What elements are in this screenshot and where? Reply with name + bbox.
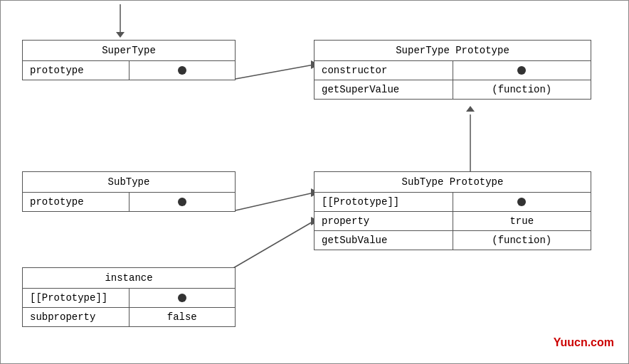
svg-marker-9: [466, 106, 475, 112]
svg-line-4: [236, 193, 314, 210]
supertype-prototype-box: SuperType Prototype constructor getSuper…: [314, 40, 591, 100]
instance-title: instance: [23, 268, 235, 289]
instance-proto-value: [130, 289, 236, 307]
supertype-prototype-row-getsupervalue: getSuperValue (function): [314, 80, 591, 99]
instance-box: instance [[Prototype]] subproperty false: [22, 267, 236, 327]
subtype-prototype-proto-value: [453, 193, 591, 211]
subtype-prototype-dot: [178, 198, 186, 206]
subtype-prototype-row-proto: [[Prototype]]: [314, 193, 591, 212]
subtype-title: SubType: [23, 172, 235, 193]
getsubvalue-label: getSubValue: [314, 231, 453, 250]
svg-line-2: [236, 65, 314, 79]
subtype-row-prototype: prototype: [23, 193, 235, 211]
diagram-area: SuperType prototype SuperType Prototype …: [0, 0, 629, 364]
subproperty-label: subproperty: [23, 308, 130, 326]
supertype-prototype-value: [130, 61, 236, 80]
property-value: true: [453, 212, 591, 230]
instance-row-proto: [[Prototype]]: [23, 289, 235, 308]
instance-row-subproperty: subproperty false: [23, 308, 235, 326]
subtype-prototype-value: [130, 193, 236, 211]
instance-proto-dot: [178, 294, 186, 302]
supertype-title: SuperType: [23, 41, 235, 61]
svg-marker-1: [116, 32, 125, 38]
watermark: Yuucn.com: [554, 336, 614, 349]
supertype-prototype-dot: [178, 66, 186, 75]
constructor-label: constructor: [314, 61, 453, 80]
subtype-prototype-box: SubType Prototype [[Prototype]] property…: [314, 171, 591, 250]
subtype-prototype-proto-label: [[Prototype]]: [314, 193, 453, 211]
getsupervalue-value: (function): [453, 80, 591, 99]
getsubvalue-value: (function): [453, 231, 591, 250]
supertype-prototype-title: SuperType Prototype: [314, 41, 591, 61]
subtype-box: SubType prototype: [22, 171, 236, 212]
property-label: property: [314, 212, 453, 230]
instance-proto-label: [[Prototype]]: [23, 289, 130, 307]
subtype-prototype-title: SubType Prototype: [314, 172, 591, 193]
supertype-prototype-row-constructor: constructor: [314, 61, 591, 80]
constructor-dot: [517, 66, 526, 75]
subtype-prototype-proto-dot: [517, 198, 526, 206]
supertype-prototype-label: prototype: [23, 61, 130, 80]
subtype-prototype-label: prototype: [23, 193, 130, 211]
supertype-row-prototype: prototype: [23, 61, 235, 80]
subtype-prototype-row-getsubvalue: getSubValue (function): [314, 231, 591, 250]
getsupervalue-label: getSuperValue: [314, 80, 453, 99]
supertype-box: SuperType prototype: [22, 40, 236, 80]
subproperty-value: false: [130, 308, 236, 326]
subtype-prototype-row-property: property true: [314, 212, 591, 231]
constructor-value: [453, 61, 591, 80]
